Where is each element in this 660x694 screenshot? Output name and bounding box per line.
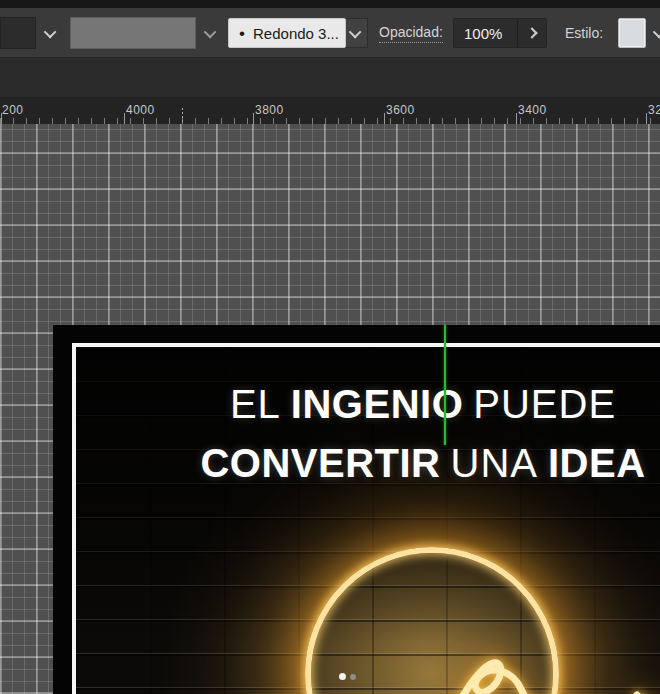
- poster-headline: ELINGENIOPUEDE CONVERTIRUNAIDEA: [143, 375, 660, 493]
- opacity-label[interactable]: Opacidad:: [379, 18, 443, 48]
- carousel-dot-inactive: [350, 674, 356, 680]
- ruler-major-tick: [253, 113, 254, 124]
- tool-options-bar: • Redondo 3... Opacidad: 100% Estilo:: [0, 8, 660, 58]
- style-label: Estilo:: [565, 18, 603, 48]
- brush-preset-picker[interactable]: • Redondo 3...: [228, 18, 346, 48]
- headline-line-1: ELINGENIOPUEDE: [143, 375, 660, 434]
- tool-preset-field[interactable]: [0, 17, 36, 49]
- brush-preset-expand-button[interactable]: [346, 18, 368, 48]
- canvas-workspace[interactable]: ELINGENIOPUEDE CONVERTIRUNAIDEA: [0, 124, 660, 694]
- chevron-down-icon: [349, 25, 362, 38]
- opacity-value: 100%: [464, 25, 502, 42]
- chevron-down-icon: [203, 25, 216, 38]
- chevron-down-icon: [652, 25, 660, 38]
- green-guide-line[interactable]: [444, 325, 446, 445]
- poster-document[interactable]: ELINGENIOPUEDE CONVERTIRUNAIDEA: [53, 325, 660, 694]
- opacity-slider-button[interactable]: [517, 18, 547, 48]
- ruler-cursor-marker: [182, 108, 183, 124]
- chevron-down-icon: [43, 25, 56, 38]
- brush-preview-dropdown-button[interactable]: [200, 17, 222, 49]
- headline-text: EL: [230, 382, 281, 426]
- chevron-right-icon: [526, 27, 537, 38]
- brush-preview-swatch[interactable]: [70, 17, 196, 49]
- carousel-dot-active: [339, 673, 346, 680]
- ruler-major-tick: [124, 113, 125, 124]
- brush-preset-label: Redondo 3...: [253, 25, 339, 42]
- headline-text: PUEDE: [473, 382, 616, 426]
- headline-text: INGENIO: [291, 382, 463, 426]
- ruler-major-tick: [516, 113, 517, 124]
- ruler-tick-label: 3800: [255, 103, 284, 117]
- headline-text: CONVERTIR: [200, 441, 440, 485]
- window-top-strip: [0, 0, 660, 8]
- horizontal-ruler[interactable]: 200 4000 3800 3600 3400 32: [0, 97, 660, 125]
- ruler-major-tick: [384, 113, 385, 124]
- ruler-tick-label: 32: [648, 103, 660, 117]
- ruler-major-tick: [1, 113, 2, 124]
- workspace-gap-strip: [0, 58, 660, 97]
- ruler-tick-label: 3400: [518, 103, 547, 117]
- style-swatch[interactable]: [618, 18, 646, 48]
- style-dropdown-button[interactable]: [650, 17, 660, 49]
- brush-tip-icon: •: [239, 25, 245, 42]
- tool-preset-dropdown-button[interactable]: [38, 17, 64, 49]
- ruler-tick-label: 3600: [386, 103, 415, 117]
- ruler-major-tick: [646, 113, 647, 124]
- headline-text: IDEA: [548, 441, 646, 485]
- ruler-tick-label: 4000: [126, 103, 155, 117]
- headline-text: UNA: [451, 441, 538, 485]
- headline-line-2: CONVERTIRUNAIDEA: [143, 434, 660, 493]
- neon-script-lettering: [441, 651, 660, 694]
- ruler-tick-label: 200: [2, 103, 24, 117]
- opacity-input[interactable]: 100%: [453, 18, 517, 48]
- photoshop-window: • Redondo 3... Opacidad: 100% Estilo: 20…: [0, 0, 660, 694]
